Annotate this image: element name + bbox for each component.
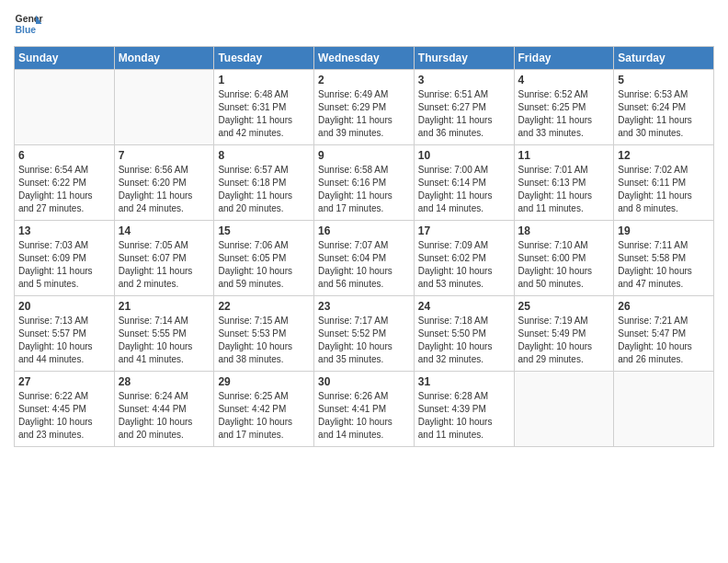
- day-info: Sunrise: 6:28 AM Sunset: 4:39 PM Dayligh…: [418, 390, 510, 442]
- calendar-cell: 4Sunrise: 6:52 AM Sunset: 6:25 PM Daylig…: [514, 70, 614, 145]
- day-number: 17: [418, 224, 510, 237]
- calendar-week-row: 1Sunrise: 6:48 AM Sunset: 6:31 PM Daylig…: [15, 70, 714, 145]
- day-number: 14: [119, 224, 210, 237]
- calendar-header-row: SundayMondayTuesdayWednesdayThursdayFrid…: [15, 47, 714, 70]
- day-info: Sunrise: 7:19 AM Sunset: 5:49 PM Dayligh…: [518, 315, 610, 366]
- calendar-cell: 31Sunrise: 6:28 AM Sunset: 4:39 PM Dayli…: [414, 372, 514, 447]
- day-info: Sunrise: 6:52 AM Sunset: 6:25 PM Dayligh…: [518, 88, 610, 140]
- weekday-header: Thursday: [414, 47, 514, 70]
- day-number: 21: [119, 300, 210, 313]
- calendar-week-row: 6Sunrise: 6:54 AM Sunset: 6:22 PM Daylig…: [15, 145, 714, 221]
- day-number: 13: [18, 224, 110, 237]
- calendar-cell: 12Sunrise: 7:02 AM Sunset: 6:11 PM Dayli…: [614, 145, 714, 221]
- day-info: Sunrise: 7:18 AM Sunset: 5:50 PM Dayligh…: [418, 315, 510, 366]
- calendar-cell: 24Sunrise: 7:18 AM Sunset: 5:50 PM Dayli…: [414, 296, 514, 372]
- svg-text:Blue: Blue: [16, 25, 37, 35]
- calendar-cell: 3Sunrise: 6:51 AM Sunset: 6:27 PM Daylig…: [414, 70, 514, 145]
- day-number: 20: [18, 300, 110, 313]
- day-info: Sunrise: 6:24 AM Sunset: 4:44 PM Dayligh…: [119, 390, 210, 442]
- day-info: Sunrise: 7:03 AM Sunset: 6:09 PM Dayligh…: [18, 239, 110, 291]
- calendar-cell: 2Sunrise: 6:49 AM Sunset: 6:29 PM Daylig…: [314, 70, 415, 145]
- weekday-header: Tuesday: [214, 47, 314, 70]
- day-info: Sunrise: 7:01 AM Sunset: 6:13 PM Dayligh…: [518, 164, 610, 215]
- day-number: 24: [418, 300, 510, 313]
- calendar-cell: 15Sunrise: 7:06 AM Sunset: 6:05 PM Dayli…: [214, 221, 314, 296]
- day-number: 23: [318, 300, 410, 313]
- day-number: 29: [218, 375, 310, 388]
- calendar-cell: 27Sunrise: 6:22 AM Sunset: 4:45 PM Dayli…: [15, 372, 115, 447]
- calendar-cell: 25Sunrise: 7:19 AM Sunset: 5:49 PM Dayli…: [514, 296, 614, 372]
- day-number: 19: [618, 224, 710, 237]
- day-number: 12: [618, 149, 710, 162]
- weekday-header: Saturday: [614, 47, 714, 70]
- day-number: 30: [318, 375, 410, 388]
- day-number: 1: [218, 74, 310, 86]
- day-info: Sunrise: 7:05 AM Sunset: 6:07 PM Dayligh…: [119, 239, 210, 291]
- calendar-cell: 7Sunrise: 6:56 AM Sunset: 6:20 PM Daylig…: [114, 145, 214, 221]
- calendar-cell: [114, 70, 214, 145]
- weekday-header: Friday: [514, 47, 614, 70]
- calendar-body: 1Sunrise: 6:48 AM Sunset: 6:31 PM Daylig…: [15, 70, 714, 447]
- calendar-cell: [15, 70, 115, 145]
- weekday-header: Monday: [114, 47, 214, 70]
- day-info: Sunrise: 6:56 AM Sunset: 6:20 PM Dayligh…: [119, 164, 210, 215]
- day-number: 31: [418, 375, 510, 388]
- calendar-cell: [614, 372, 714, 447]
- day-info: Sunrise: 7:15 AM Sunset: 5:53 PM Dayligh…: [218, 315, 310, 366]
- day-info: Sunrise: 6:53 AM Sunset: 6:24 PM Dayligh…: [618, 88, 710, 140]
- day-info: Sunrise: 6:54 AM Sunset: 6:22 PM Dayligh…: [18, 164, 110, 215]
- day-number: 26: [618, 300, 710, 313]
- calendar-cell: 28Sunrise: 6:24 AM Sunset: 4:44 PM Dayli…: [114, 372, 214, 447]
- calendar-cell: 26Sunrise: 7:21 AM Sunset: 5:47 PM Dayli…: [614, 296, 714, 372]
- logo: General Blue: [14, 9, 43, 39]
- calendar-cell: 9Sunrise: 6:58 AM Sunset: 6:16 PM Daylig…: [314, 145, 415, 221]
- day-number: 22: [218, 300, 310, 313]
- calendar-cell: 5Sunrise: 6:53 AM Sunset: 6:24 PM Daylig…: [614, 70, 714, 145]
- day-number: 5: [618, 74, 710, 86]
- day-info: Sunrise: 7:14 AM Sunset: 5:55 PM Dayligh…: [119, 315, 210, 366]
- day-number: 8: [218, 149, 310, 162]
- calendar-cell: 14Sunrise: 7:05 AM Sunset: 6:07 PM Dayli…: [114, 221, 214, 296]
- day-info: Sunrise: 7:02 AM Sunset: 6:11 PM Dayligh…: [618, 164, 710, 215]
- day-number: 2: [318, 74, 410, 86]
- day-number: 7: [119, 149, 210, 162]
- calendar-cell: 18Sunrise: 7:10 AM Sunset: 6:00 PM Dayli…: [514, 221, 614, 296]
- day-info: Sunrise: 6:58 AM Sunset: 6:16 PM Dayligh…: [318, 164, 410, 215]
- calendar-cell: 30Sunrise: 6:26 AM Sunset: 4:41 PM Dayli…: [314, 372, 415, 447]
- calendar-cell: 10Sunrise: 7:00 AM Sunset: 6:14 PM Dayli…: [414, 145, 514, 221]
- calendar-cell: 22Sunrise: 7:15 AM Sunset: 5:53 PM Dayli…: [214, 296, 314, 372]
- page-header: General Blue: [14, 9, 714, 39]
- calendar-cell: 11Sunrise: 7:01 AM Sunset: 6:13 PM Dayli…: [514, 145, 614, 221]
- calendar-table: SundayMondayTuesdayWednesdayThursdayFrid…: [14, 46, 714, 447]
- weekday-header: Sunday: [15, 47, 115, 70]
- calendar-cell: 1Sunrise: 6:48 AM Sunset: 6:31 PM Daylig…: [214, 70, 314, 145]
- day-info: Sunrise: 6:22 AM Sunset: 4:45 PM Dayligh…: [18, 390, 110, 442]
- calendar-cell: 8Sunrise: 6:57 AM Sunset: 6:18 PM Daylig…: [214, 145, 314, 221]
- day-number: 9: [318, 149, 410, 162]
- day-number: 11: [518, 149, 610, 162]
- day-number: 4: [518, 74, 610, 86]
- calendar-cell: 13Sunrise: 7:03 AM Sunset: 6:09 PM Dayli…: [15, 221, 115, 296]
- day-info: Sunrise: 6:25 AM Sunset: 4:42 PM Dayligh…: [218, 390, 310, 442]
- calendar-cell: 29Sunrise: 6:25 AM Sunset: 4:42 PM Dayli…: [214, 372, 314, 447]
- calendar-week-row: 13Sunrise: 7:03 AM Sunset: 6:09 PM Dayli…: [15, 221, 714, 296]
- day-info: Sunrise: 7:11 AM Sunset: 5:58 PM Dayligh…: [618, 239, 710, 291]
- calendar-cell: 16Sunrise: 7:07 AM Sunset: 6:04 PM Dayli…: [314, 221, 415, 296]
- day-number: 18: [518, 224, 610, 237]
- day-number: 28: [119, 375, 210, 388]
- day-info: Sunrise: 7:10 AM Sunset: 6:00 PM Dayligh…: [518, 239, 610, 291]
- day-info: Sunrise: 6:26 AM Sunset: 4:41 PM Dayligh…: [318, 390, 410, 442]
- logo-icon: General Blue: [14, 9, 43, 39]
- calendar-cell: 21Sunrise: 7:14 AM Sunset: 5:55 PM Dayli…: [114, 296, 214, 372]
- calendar-cell: 23Sunrise: 7:17 AM Sunset: 5:52 PM Dayli…: [314, 296, 415, 372]
- day-info: Sunrise: 7:09 AM Sunset: 6:02 PM Dayligh…: [418, 239, 510, 291]
- calendar-week-row: 27Sunrise: 6:22 AM Sunset: 4:45 PM Dayli…: [15, 372, 714, 447]
- calendar-cell: 19Sunrise: 7:11 AM Sunset: 5:58 PM Dayli…: [614, 221, 714, 296]
- day-number: 25: [518, 300, 610, 313]
- day-info: Sunrise: 7:17 AM Sunset: 5:52 PM Dayligh…: [318, 315, 410, 366]
- day-info: Sunrise: 7:21 AM Sunset: 5:47 PM Dayligh…: [618, 315, 710, 366]
- day-number: 10: [418, 149, 510, 162]
- day-number: 15: [218, 224, 310, 237]
- day-number: 27: [18, 375, 110, 388]
- day-info: Sunrise: 6:49 AM Sunset: 6:29 PM Dayligh…: [318, 88, 410, 140]
